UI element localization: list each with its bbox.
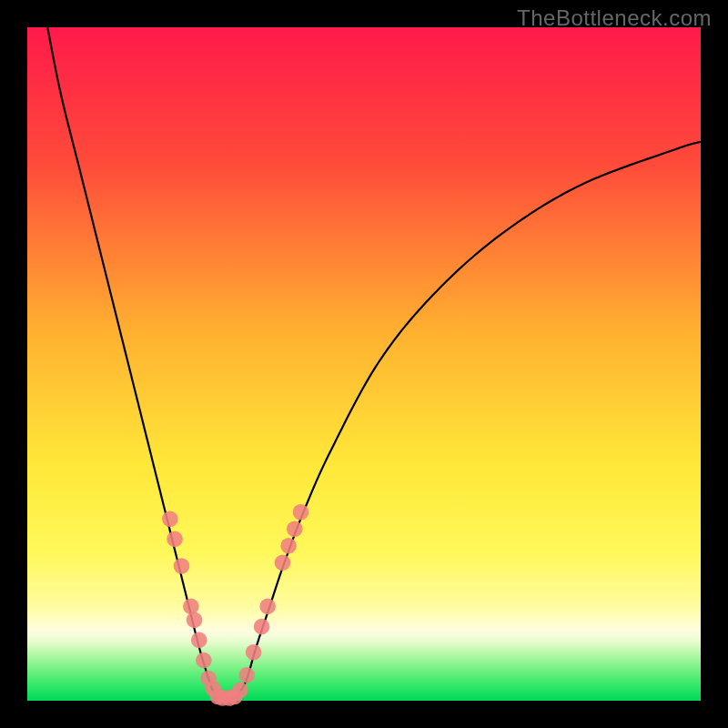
data-point-marker <box>287 521 303 538</box>
data-point-marker <box>174 558 190 574</box>
data-point-marker <box>254 619 270 635</box>
data-point-marker <box>167 531 183 548</box>
data-point-marker <box>293 504 309 521</box>
data-point-marker <box>259 599 276 615</box>
data-point-marker <box>162 511 178 527</box>
data-point-marker <box>275 555 291 571</box>
data-point-marker <box>183 599 199 615</box>
data-point-marker <box>280 538 297 554</box>
data-point-marker <box>191 632 207 649</box>
data-point-marker <box>238 667 255 683</box>
data-point-marker <box>187 612 203 628</box>
chart-container: TheBottleneck.com <box>0 0 728 728</box>
data-point-marker <box>246 644 262 661</box>
data-point-marker <box>196 652 212 669</box>
data-point-marker <box>232 682 248 698</box>
chart-svg <box>0 0 728 728</box>
watermark-text: TheBottleneck.com <box>517 5 712 31</box>
